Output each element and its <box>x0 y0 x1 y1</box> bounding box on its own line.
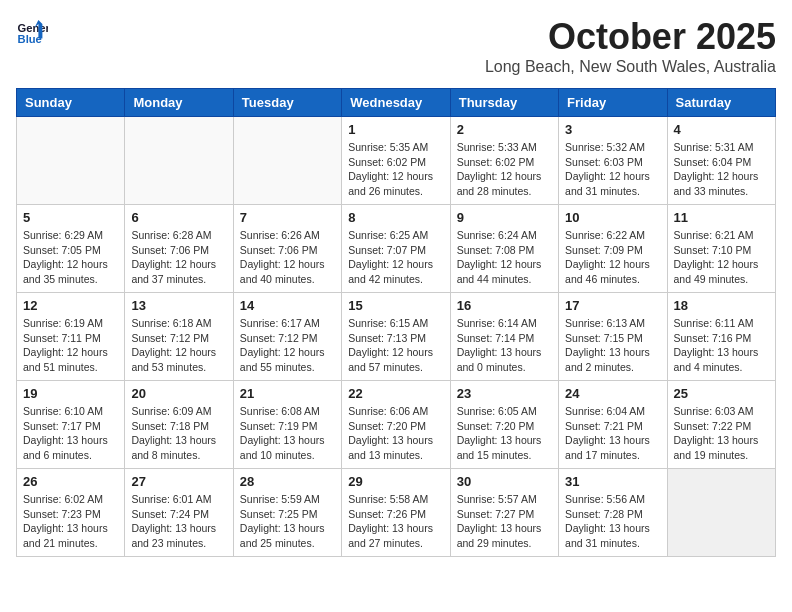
calendar-cell: 26Sunrise: 6:02 AMSunset: 7:23 PMDayligh… <box>17 469 125 557</box>
day-info: Sunrise: 6:15 AMSunset: 7:13 PMDaylight:… <box>348 316 443 375</box>
day-info: Sunrise: 6:01 AMSunset: 7:24 PMDaylight:… <box>131 492 226 551</box>
day-info: Sunrise: 5:56 AMSunset: 7:28 PMDaylight:… <box>565 492 660 551</box>
day-number: 28 <box>240 474 335 489</box>
day-number: 24 <box>565 386 660 401</box>
day-number: 20 <box>131 386 226 401</box>
day-header-saturday: Saturday <box>667 89 775 117</box>
title-section: October 2025 Long Beach, New South Wales… <box>485 16 776 76</box>
day-number: 17 <box>565 298 660 313</box>
day-info: Sunrise: 6:08 AMSunset: 7:19 PMDaylight:… <box>240 404 335 463</box>
day-info: Sunrise: 6:13 AMSunset: 7:15 PMDaylight:… <box>565 316 660 375</box>
day-info: Sunrise: 6:26 AMSunset: 7:06 PMDaylight:… <box>240 228 335 287</box>
day-info: Sunrise: 6:11 AMSunset: 7:16 PMDaylight:… <box>674 316 769 375</box>
week-row-4: 19Sunrise: 6:10 AMSunset: 7:17 PMDayligh… <box>17 381 776 469</box>
day-info: Sunrise: 6:24 AMSunset: 7:08 PMDaylight:… <box>457 228 552 287</box>
calendar-cell <box>667 469 775 557</box>
day-header-friday: Friday <box>559 89 667 117</box>
day-number: 3 <box>565 122 660 137</box>
day-info: Sunrise: 6:21 AMSunset: 7:10 PMDaylight:… <box>674 228 769 287</box>
calendar-cell: 13Sunrise: 6:18 AMSunset: 7:12 PMDayligh… <box>125 293 233 381</box>
day-number: 30 <box>457 474 552 489</box>
day-number: 16 <box>457 298 552 313</box>
day-info: Sunrise: 6:05 AMSunset: 7:20 PMDaylight:… <box>457 404 552 463</box>
calendar-cell: 10Sunrise: 6:22 AMSunset: 7:09 PMDayligh… <box>559 205 667 293</box>
calendar-cell: 22Sunrise: 6:06 AMSunset: 7:20 PMDayligh… <box>342 381 450 469</box>
week-row-2: 5Sunrise: 6:29 AMSunset: 7:05 PMDaylight… <box>17 205 776 293</box>
calendar-cell: 5Sunrise: 6:29 AMSunset: 7:05 PMDaylight… <box>17 205 125 293</box>
day-info: Sunrise: 6:29 AMSunset: 7:05 PMDaylight:… <box>23 228 118 287</box>
day-number: 12 <box>23 298 118 313</box>
location-title: Long Beach, New South Wales, Australia <box>485 58 776 76</box>
day-info: Sunrise: 5:32 AMSunset: 6:03 PMDaylight:… <box>565 140 660 199</box>
day-info: Sunrise: 5:59 AMSunset: 7:25 PMDaylight:… <box>240 492 335 551</box>
calendar-cell: 4Sunrise: 5:31 AMSunset: 6:04 PMDaylight… <box>667 117 775 205</box>
calendar-cell: 24Sunrise: 6:04 AMSunset: 7:21 PMDayligh… <box>559 381 667 469</box>
calendar-cell <box>233 117 341 205</box>
day-info: Sunrise: 6:14 AMSunset: 7:14 PMDaylight:… <box>457 316 552 375</box>
calendar-cell: 21Sunrise: 6:08 AMSunset: 7:19 PMDayligh… <box>233 381 341 469</box>
calendar-cell: 6Sunrise: 6:28 AMSunset: 7:06 PMDaylight… <box>125 205 233 293</box>
month-title: October 2025 <box>485 16 776 58</box>
calendar-cell: 18Sunrise: 6:11 AMSunset: 7:16 PMDayligh… <box>667 293 775 381</box>
day-number: 7 <box>240 210 335 225</box>
calendar-cell: 28Sunrise: 5:59 AMSunset: 7:25 PMDayligh… <box>233 469 341 557</box>
day-number: 31 <box>565 474 660 489</box>
calendar-cell: 16Sunrise: 6:14 AMSunset: 7:14 PMDayligh… <box>450 293 558 381</box>
day-info: Sunrise: 6:10 AMSunset: 7:17 PMDaylight:… <box>23 404 118 463</box>
day-info: Sunrise: 5:57 AMSunset: 7:27 PMDaylight:… <box>457 492 552 551</box>
calendar-cell: 19Sunrise: 6:10 AMSunset: 7:17 PMDayligh… <box>17 381 125 469</box>
calendar-cell: 15Sunrise: 6:15 AMSunset: 7:13 PMDayligh… <box>342 293 450 381</box>
day-info: Sunrise: 6:22 AMSunset: 7:09 PMDaylight:… <box>565 228 660 287</box>
calendar-cell: 11Sunrise: 6:21 AMSunset: 7:10 PMDayligh… <box>667 205 775 293</box>
week-row-1: 1Sunrise: 5:35 AMSunset: 6:02 PMDaylight… <box>17 117 776 205</box>
day-number: 27 <box>131 474 226 489</box>
day-info: Sunrise: 6:28 AMSunset: 7:06 PMDaylight:… <box>131 228 226 287</box>
day-number: 14 <box>240 298 335 313</box>
calendar-cell: 9Sunrise: 6:24 AMSunset: 7:08 PMDaylight… <box>450 205 558 293</box>
day-number: 5 <box>23 210 118 225</box>
day-number: 25 <box>674 386 769 401</box>
day-info: Sunrise: 5:35 AMSunset: 6:02 PMDaylight:… <box>348 140 443 199</box>
day-number: 21 <box>240 386 335 401</box>
day-number: 19 <box>23 386 118 401</box>
day-number: 22 <box>348 386 443 401</box>
day-info: Sunrise: 6:17 AMSunset: 7:12 PMDaylight:… <box>240 316 335 375</box>
day-number: 1 <box>348 122 443 137</box>
calendar-table: SundayMondayTuesdayWednesdayThursdayFrid… <box>16 88 776 557</box>
day-header-wednesday: Wednesday <box>342 89 450 117</box>
day-number: 18 <box>674 298 769 313</box>
day-info: Sunrise: 6:18 AMSunset: 7:12 PMDaylight:… <box>131 316 226 375</box>
day-info: Sunrise: 6:03 AMSunset: 7:22 PMDaylight:… <box>674 404 769 463</box>
calendar-cell: 8Sunrise: 6:25 AMSunset: 7:07 PMDaylight… <box>342 205 450 293</box>
day-info: Sunrise: 6:02 AMSunset: 7:23 PMDaylight:… <box>23 492 118 551</box>
calendar-cell: 23Sunrise: 6:05 AMSunset: 7:20 PMDayligh… <box>450 381 558 469</box>
day-info: Sunrise: 6:04 AMSunset: 7:21 PMDaylight:… <box>565 404 660 463</box>
calendar-cell: 30Sunrise: 5:57 AMSunset: 7:27 PMDayligh… <box>450 469 558 557</box>
calendar-cell: 27Sunrise: 6:01 AMSunset: 7:24 PMDayligh… <box>125 469 233 557</box>
calendar-cell: 25Sunrise: 6:03 AMSunset: 7:22 PMDayligh… <box>667 381 775 469</box>
calendar-cell: 3Sunrise: 5:32 AMSunset: 6:03 PMDaylight… <box>559 117 667 205</box>
calendar-cell: 17Sunrise: 6:13 AMSunset: 7:15 PMDayligh… <box>559 293 667 381</box>
calendar-header-row: SundayMondayTuesdayWednesdayThursdayFrid… <box>17 89 776 117</box>
day-number: 23 <box>457 386 552 401</box>
day-info: Sunrise: 6:19 AMSunset: 7:11 PMDaylight:… <box>23 316 118 375</box>
day-number: 13 <box>131 298 226 313</box>
week-row-5: 26Sunrise: 6:02 AMSunset: 7:23 PMDayligh… <box>17 469 776 557</box>
day-number: 10 <box>565 210 660 225</box>
day-number: 15 <box>348 298 443 313</box>
svg-text:General: General <box>18 22 48 34</box>
calendar-cell: 12Sunrise: 6:19 AMSunset: 7:11 PMDayligh… <box>17 293 125 381</box>
day-number: 8 <box>348 210 443 225</box>
logo: General Blue <box>16 16 48 48</box>
day-info: Sunrise: 5:31 AMSunset: 6:04 PMDaylight:… <box>674 140 769 199</box>
day-number: 9 <box>457 210 552 225</box>
day-info: Sunrise: 5:58 AMSunset: 7:26 PMDaylight:… <box>348 492 443 551</box>
day-header-sunday: Sunday <box>17 89 125 117</box>
calendar-cell: 2Sunrise: 5:33 AMSunset: 6:02 PMDaylight… <box>450 117 558 205</box>
calendar-cell: 20Sunrise: 6:09 AMSunset: 7:18 PMDayligh… <box>125 381 233 469</box>
calendar-cell <box>125 117 233 205</box>
calendar-cell: 31Sunrise: 5:56 AMSunset: 7:28 PMDayligh… <box>559 469 667 557</box>
day-header-monday: Monday <box>125 89 233 117</box>
day-info: Sunrise: 6:25 AMSunset: 7:07 PMDaylight:… <box>348 228 443 287</box>
calendar-cell: 14Sunrise: 6:17 AMSunset: 7:12 PMDayligh… <box>233 293 341 381</box>
